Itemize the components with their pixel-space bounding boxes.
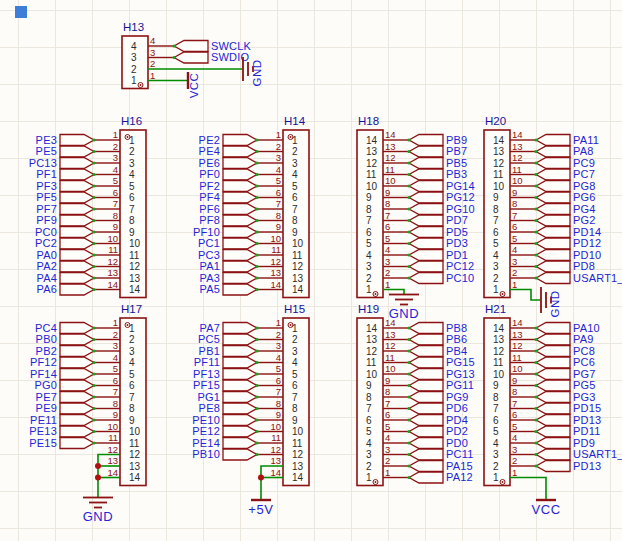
- header-H18[interactable]: H181414PB91313PB71212PB51111PB31010PG149…: [357, 115, 475, 321]
- net-flag[interactable]: [536, 392, 570, 403]
- power-label[interactable]: GND: [251, 60, 263, 87]
- net-flag[interactable]: [409, 392, 443, 403]
- net-flag[interactable]: [536, 261, 570, 272]
- power-label[interactable]: VCC: [188, 73, 200, 98]
- net-flag[interactable]: [60, 426, 94, 437]
- net-flag[interactable]: [223, 146, 257, 157]
- net-label[interactable]: PF9: [36, 214, 57, 226]
- net-label[interactable]: PD10: [573, 249, 601, 261]
- net-label[interactable]: PA8: [573, 145, 594, 157]
- net-flag[interactable]: [223, 169, 257, 180]
- net-flag[interactable]: [223, 403, 257, 414]
- net-flag[interactable]: [60, 135, 94, 146]
- net-label[interactable]: PC7: [573, 168, 595, 180]
- header-H21[interactable]: H211414PA101313PA91212PC81111PC61010PG79…: [484, 303, 622, 517]
- power-label[interactable]: VCC: [531, 502, 560, 517]
- header-H19[interactable]: H191414PB81313PB61212PB41111PG151010PG13…: [357, 303, 475, 486]
- net-label[interactable]: PE7: [36, 391, 57, 403]
- net-label[interactable]: PA2: [36, 260, 57, 272]
- net-label[interactable]: PF15: [193, 379, 220, 391]
- net-flag[interactable]: [409, 438, 443, 449]
- net-flag[interactable]: [536, 146, 570, 157]
- net-label[interactable]: PF14: [30, 368, 57, 380]
- net-label[interactable]: PE10: [192, 414, 220, 426]
- net-flag[interactable]: [409, 238, 443, 249]
- net-label[interactable]: PD0: [446, 437, 468, 449]
- net-flag[interactable]: [223, 192, 257, 203]
- net-label[interactable]: PE3: [36, 134, 57, 146]
- net-label[interactable]: PE5: [36, 145, 57, 157]
- net-label[interactable]: PC13: [29, 157, 57, 169]
- net-flag[interactable]: [536, 192, 570, 203]
- net-label[interactable]: PC0: [35, 226, 57, 238]
- net-label[interactable]: PB10: [192, 448, 220, 460]
- net-flag[interactable]: [536, 426, 570, 437]
- net-label[interactable]: PG6: [573, 191, 596, 203]
- net-flag[interactable]: [409, 323, 443, 334]
- net-flag[interactable]: [223, 449, 257, 460]
- net-flag[interactable]: [60, 215, 94, 226]
- net-flag[interactable]: [536, 204, 570, 215]
- net-flag[interactable]: [409, 346, 443, 357]
- net-flag[interactable]: [536, 461, 570, 472]
- net-label[interactable]: PG1: [197, 391, 220, 403]
- net-flag[interactable]: [409, 369, 443, 380]
- net-flag[interactable]: [223, 238, 257, 249]
- net-flag[interactable]: [60, 192, 94, 203]
- net-flag[interactable]: [223, 227, 257, 238]
- header-refdes[interactable]: H20: [485, 115, 506, 127]
- net-label[interactable]: PC2: [35, 237, 57, 249]
- net-label[interactable]: PB5: [446, 157, 467, 169]
- net-label[interactable]: PA10: [573, 322, 600, 334]
- net-flag[interactable]: [223, 380, 257, 391]
- net-label[interactable]: PE2: [199, 134, 220, 146]
- net-flag[interactable]: [223, 334, 257, 345]
- net-flag[interactable]: [536, 158, 570, 169]
- header-H17[interactable]: H1711PC422PB033PB244PF1255PF1466PG077PE7…: [29, 303, 146, 524]
- header-refdes[interactable]: H19: [358, 303, 379, 315]
- net-flag[interactable]: [409, 415, 443, 426]
- gnd-symbol[interactable]: [389, 295, 419, 305]
- net-label[interactable]: PD1: [446, 249, 468, 261]
- net-label[interactable]: PG13: [446, 368, 475, 380]
- net-label[interactable]: PD13: [573, 460, 601, 472]
- net-flag[interactable]: [60, 238, 94, 249]
- net-flag[interactable]: [223, 346, 257, 357]
- net-flag[interactable]: [409, 204, 443, 215]
- net-label[interactable]: PA12: [446, 471, 473, 483]
- net-label[interactable]: PA5: [199, 283, 220, 295]
- net-flag[interactable]: [174, 52, 208, 63]
- net-label[interactable]: PB9: [446, 134, 467, 146]
- net-flag[interactable]: [409, 472, 443, 483]
- net-label[interactable]: PA9: [573, 333, 594, 345]
- net-label[interactable]: PF1: [36, 168, 57, 180]
- net-label[interactable]: PC6: [573, 356, 595, 368]
- wire[interactable]: [510, 478, 546, 500]
- header-refdes[interactable]: H18: [358, 115, 379, 127]
- header-refdes[interactable]: H21: [485, 303, 506, 315]
- net-label[interactable]: PG11: [446, 379, 474, 391]
- net-label[interactable]: PG12: [446, 191, 475, 203]
- net-flag[interactable]: [409, 357, 443, 368]
- net-flag[interactable]: [223, 426, 257, 437]
- net-flag[interactable]: [60, 284, 94, 295]
- wire[interactable]: [510, 290, 540, 301]
- power-label[interactable]: GND: [549, 291, 561, 318]
- net-label[interactable]: PB4: [446, 345, 467, 357]
- net-flag[interactable]: [409, 250, 443, 261]
- net-flag[interactable]: [60, 323, 94, 334]
- net-label[interactable]: PC1: [198, 237, 220, 249]
- net-flag[interactable]: [60, 415, 94, 426]
- net-label[interactable]: PF2: [199, 180, 220, 192]
- net-flag[interactable]: [60, 169, 94, 180]
- net-flag[interactable]: [536, 415, 570, 426]
- net-flag[interactable]: [536, 215, 570, 226]
- net-flag[interactable]: [409, 181, 443, 192]
- net-flag[interactable]: [409, 215, 443, 226]
- header-H13[interactable]: H1344SWCLK33SWDIO22GND11VCC: [122, 21, 263, 98]
- net-flag[interactable]: [536, 227, 570, 238]
- net-label[interactable]: PB0: [36, 333, 57, 345]
- net-flag[interactable]: [223, 158, 257, 169]
- net-flag[interactable]: [223, 323, 257, 334]
- net-flag[interactable]: [223, 392, 257, 403]
